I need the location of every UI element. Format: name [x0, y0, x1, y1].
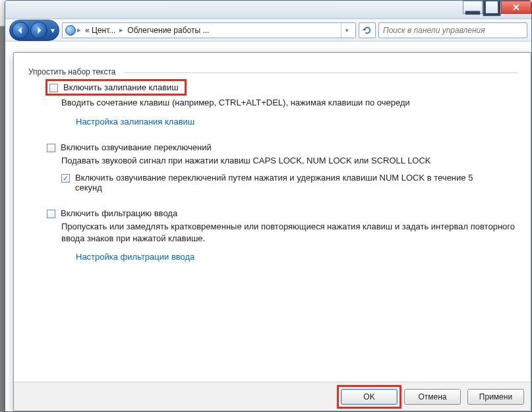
filter-keys-label[interactable]: Включить фильтрацию ввода — [61, 208, 177, 218]
toggle-keys-checkbox[interactable] — [47, 144, 55, 152]
sticky-keys-settings-link[interactable]: Настройка залипания клавиш — [76, 117, 194, 127]
explorer-window: ▾ ▸ « Цент... ▸ Облегчение работы ... ▾ … — [5, 0, 532, 412]
highlight-ok-button: OK — [341, 389, 398, 405]
forward-button[interactable] — [30, 22, 47, 39]
filter-keys-checkbox[interactable] — [47, 210, 55, 218]
maximize-button[interactable] — [482, 1, 502, 14]
breadcrumb-sep-icon: ▸ — [77, 26, 81, 34]
toggle-keys-hold-label[interactable]: Включить озвучивание переключений путем … — [75, 173, 497, 192]
apply-button[interactable]: Примени — [467, 389, 524, 405]
back-button[interactable] — [12, 22, 29, 39]
toggle-keys-label[interactable]: Включить озвучивание переключений — [61, 142, 212, 152]
toggle-keys-hold-checkbox[interactable] — [61, 174, 70, 183]
sticky-keys-description: Вводить сочетание клавиш (например, CTRL… — [61, 97, 517, 109]
search-box[interactable] — [378, 22, 527, 38]
toggle-keys-description: Подавать звуковой сигнал при нажатии кла… — [61, 155, 517, 167]
dialog-button-bar: OK Отмена Примени — [14, 382, 531, 411]
cancel-button[interactable]: Отмена — [404, 389, 461, 405]
nav-back-forward: ▾ — [9, 20, 59, 41]
refresh-button[interactable] — [359, 22, 376, 38]
svg-rect-0 — [465, 11, 480, 15]
sticky-keys-label[interactable]: Включить залипание клавиш — [63, 82, 179, 92]
svg-rect-1 — [485, 0, 499, 15]
search-input[interactable] — [382, 25, 524, 36]
breadcrumb-seg-2[interactable]: Облегчение работы ... — [125, 24, 212, 36]
navigation-bar: ▾ ▸ « Цент... ▸ Облегчение работы ... ▾ — [5, 19, 531, 42]
minimize-button[interactable] — [463, 1, 483, 14]
window-titlebar — [5, 1, 531, 19]
breadcrumb-sep-icon: ▸ — [119, 26, 123, 34]
highlight-sticky-keys: Включить залипание клавиш — [47, 80, 185, 94]
sticky-keys-checkbox[interactable] — [49, 84, 58, 92]
filter-keys-description: Пропускать или замедлять кратковременные… — [61, 221, 517, 244]
breadcrumb-dropdown[interactable]: ▾ — [341, 23, 353, 38]
ok-button[interactable]: OK — [341, 389, 398, 405]
control-panel-icon — [65, 25, 76, 36]
breadcrumb-seg-1[interactable]: « Цент... — [82, 24, 118, 36]
filter-keys-settings-link[interactable]: Настройка фильтрации ввода — [76, 252, 194, 262]
close-button[interactable] — [501, 1, 531, 14]
settings-panel: Упростить набор текста Включить залипани… — [13, 52, 531, 411]
history-dropdown[interactable]: ▾ — [48, 22, 57, 39]
section-title: Упростить набор текста — [28, 67, 517, 76]
breadcrumb-bar[interactable]: ▸ « Цент... ▸ Облегчение работы ... ▾ — [62, 22, 356, 38]
